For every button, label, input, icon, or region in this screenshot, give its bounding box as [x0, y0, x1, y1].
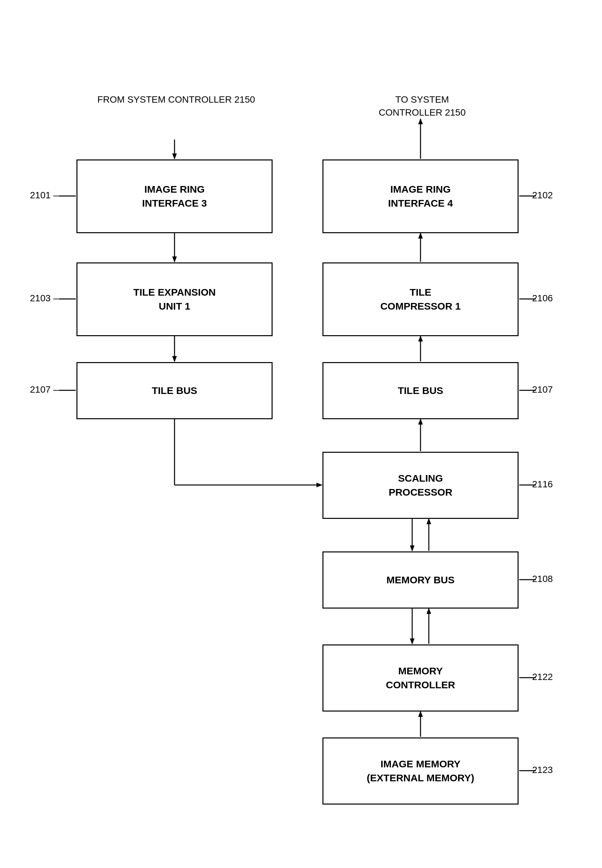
svg-marker-26 [418, 711, 423, 717]
svg-marker-12 [418, 233, 423, 239]
ref-2107-left: 2107 — [30, 384, 63, 395]
image-ring-interface-4-box: IMAGE RINGINTERFACE 4 [322, 159, 519, 233]
image-memory-box: IMAGE MEMORY(EXTERNAL MEMORY) [322, 738, 519, 805]
tile-bus-left-box: TILE BUS [77, 362, 273, 419]
ref-2103: 2103 — [30, 293, 63, 304]
svg-marker-14 [418, 335, 423, 341]
svg-marker-20 [427, 518, 431, 524]
svg-marker-24 [427, 608, 431, 614]
from-system-label: FROM SYSTEM CONTROLLER 2150 [90, 93, 263, 106]
svg-marker-5 [172, 356, 177, 362]
diagram: FROM SYSTEM CONTROLLER 2150 TO SYSTEMCON… [0, 0, 602, 868]
ref-2107-right: — 2107 [520, 384, 553, 395]
ref-2101: 2101 — [30, 190, 63, 201]
svg-marker-1 [172, 153, 177, 159]
memory-bus-box: MEMORY BUS [322, 551, 519, 609]
ref-2122: — 2122 [520, 672, 553, 682]
svg-marker-16 [418, 419, 423, 424]
image-ring-interface-3-box: IMAGE RINGINTERFACE 3 [77, 159, 273, 233]
tile-expansion-unit-box: TILE EXPANSIONUNIT 1 [77, 262, 273, 336]
svg-marker-10 [418, 118, 423, 124]
ref-2123: — 2123 [520, 765, 553, 775]
svg-marker-18 [410, 545, 415, 551]
ref-2108: — 2108 [520, 574, 553, 584]
svg-marker-3 [172, 256, 177, 262]
ref-2106: — 2106 [520, 293, 553, 304]
svg-marker-8 [316, 483, 322, 487]
svg-marker-22 [410, 638, 415, 644]
memory-controller-box: MEMORYCONTROLLER [322, 644, 519, 712]
ref-2116: — 2116 [520, 479, 553, 490]
tile-compressor-1-box: TILECOMPRESSOR 1 [322, 262, 519, 336]
to-system-label: TO SYSTEMCONTROLLER 2150 [336, 93, 508, 119]
scaling-processor-box: SCALINGPROCESSOR [322, 452, 519, 519]
ref-2102: — 2102 [520, 190, 553, 201]
tile-bus-right-box: TILE BUS [322, 362, 519, 419]
